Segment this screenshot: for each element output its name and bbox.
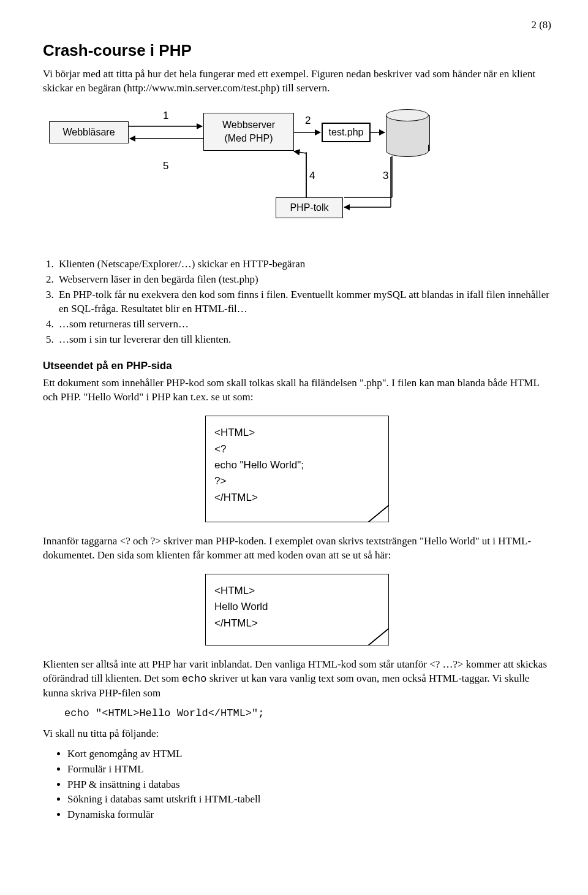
code2-l2: Hello World <box>214 599 380 615</box>
steps-list: Klienten (Netscape/Explorer/…) skickar e… <box>56 257 551 347</box>
intro-paragraph: Vi börjar med att titta på hur det hela … <box>43 67 551 96</box>
code1-l4: ?> <box>214 473 380 489</box>
server-line2: (Med PHP) <box>204 132 293 145</box>
step-1: Klienten (Netscape/Explorer/…) skickar e… <box>56 257 551 272</box>
bullet-4: Sökning i databas samt utskrift i HTML-t… <box>67 793 551 807</box>
code1-l3: echo "Hello World"; <box>214 457 380 473</box>
paragraph-after-code2: Klienten ser alltså inte att PHP har var… <box>43 658 551 701</box>
bullet-5: Dynamiska formulär <box>67 808 551 822</box>
code-example-1: <HTML> <? echo "Hello World"; ?> </HTML> <box>205 416 389 522</box>
step-3: En PHP-tolk får nu exekvera den kod som … <box>56 288 551 316</box>
architecture-diagram: Webbläsare Webbserver (Med PHP) test.php… <box>43 105 551 240</box>
svg-line-21 <box>293 143 306 153</box>
box-testphp: test.php <box>322 123 371 142</box>
code2-l1: <HTML> <box>214 583 380 599</box>
paragraph-after-code1: Innanför taggarna <? och ?> skriver man … <box>43 535 551 563</box>
inline-code-line: echo "<HTML>Hello World</HTML>"; <box>64 707 551 721</box>
code-example-2: <HTML> Hello World </HTML> <box>205 574 389 646</box>
svg-line-14 <box>295 142 306 152</box>
code2-l3: </HTML> <box>214 615 380 631</box>
topics-list: Kort genomgång av HTML Formulär i HTML P… <box>67 747 551 823</box>
svg-line-20 <box>294 143 306 153</box>
section-look-heading: Utseendet på en PHP-sida <box>43 359 551 373</box>
page-title: Crash-course i PHP <box>43 40 551 61</box>
page-curl-icon <box>368 505 389 522</box>
step-label-5: 5 <box>163 159 168 173</box>
code1-l2: <? <box>214 441 380 457</box>
database-cylinder <box>386 109 429 157</box>
box-browser: Webbläsare <box>49 121 129 143</box>
step-label-2: 2 <box>305 114 311 128</box>
box-webserver: Webbserver (Med PHP) <box>203 113 294 151</box>
code1-l5: </HTML> <box>214 490 380 506</box>
step-5: …som i sin tur levererar den till klient… <box>56 333 551 347</box>
code1-l1: <HTML> <box>214 425 380 441</box>
step-4: …som returneras till servern… <box>56 318 551 332</box>
step-label-4: 4 <box>309 169 315 183</box>
bullet-3: PHP & insättning i databas <box>67 778 551 792</box>
server-line1: Webbserver <box>204 118 293 132</box>
box-php-tolk: PHP-tolk <box>276 197 343 218</box>
step-label-1: 1 <box>163 109 168 123</box>
page-number: 2 (8) <box>43 18 551 32</box>
following-intro: Vi skall nu titta på följande: <box>43 727 551 741</box>
svg-line-22 <box>293 143 306 153</box>
section-look-paragraph: Ett dokument som innehåller PHP-kod som … <box>43 376 551 405</box>
bullet-2: Formulär i HTML <box>67 763 551 777</box>
bullet-1: Kort genomgång av HTML <box>67 747 551 761</box>
echo-keyword: echo <box>182 673 207 685</box>
step-2: Webservern läser in den begärda filen (t… <box>56 273 551 287</box>
page-curl-icon <box>368 628 389 646</box>
svg-line-27 <box>294 151 306 153</box>
step-label-3: 3 <box>383 169 388 183</box>
